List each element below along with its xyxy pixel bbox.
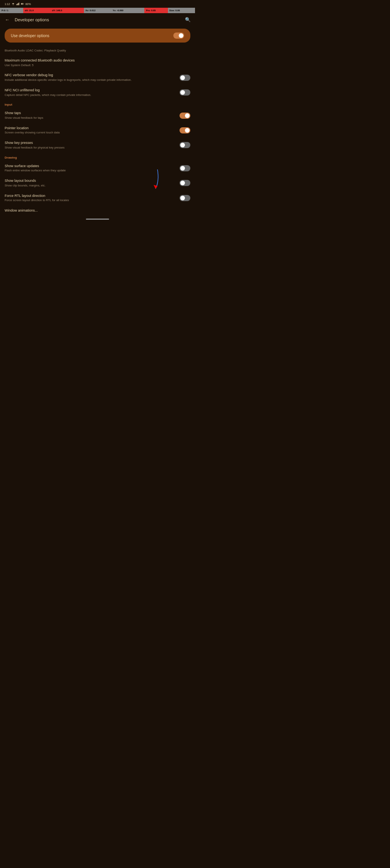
toggle-knob xyxy=(180,181,185,185)
setting-title-show-taps: Show taps xyxy=(5,111,176,116)
setting-desc-nfc-nci: Capture detail NFC packets, which may co… xyxy=(5,93,176,97)
setting-show-layout-bounds[interactable]: Show layout bounds Show clip bounds, mar… xyxy=(5,176,190,190)
nav-pill xyxy=(86,219,109,220)
setting-text-max-bluetooth: Maximum connected Bluetooth audio device… xyxy=(5,58,186,67)
section-drawing-header: Drawing xyxy=(5,153,190,161)
setting-show-key-presses[interactable]: Show key presses Show visual feedback fo… xyxy=(5,138,190,152)
debug-seg-dx: dX: 21.0 xyxy=(23,8,51,13)
setting-title-show-layout-bounds: Show layout bounds xyxy=(5,179,176,183)
setting-title-nfc-verbose: NFC verbose vendor debug log xyxy=(5,73,176,78)
nfc-verbose-toggle[interactable] xyxy=(180,75,190,81)
back-button[interactable]: ← xyxy=(4,16,11,23)
wifi-icon xyxy=(12,2,15,5)
debug-seg-p: P:0 / 1 xyxy=(0,8,23,13)
setting-text-nfc-verbose: NFC verbose vendor debug log Include add… xyxy=(5,73,176,82)
setting-desc-show-layout-bounds: Show clip bounds, margins, etc. xyxy=(5,184,176,188)
setting-title-show-surface-updates: Show surface updates xyxy=(5,164,176,169)
show-taps-toggle[interactable] xyxy=(180,113,190,119)
debug-seg-dy: dY: 148.5 xyxy=(51,8,84,13)
section-input-header: Input xyxy=(5,100,190,108)
setting-text-show-key-presses: Show key presses Show visual feedback fo… xyxy=(5,141,176,149)
setting-text-show-layout-bounds: Show layout bounds Show clip bounds, mar… xyxy=(5,179,176,187)
svg-rect-2 xyxy=(17,3,17,5)
debug-seg-yv: Yv: -0.060 xyxy=(111,8,144,13)
svg-rect-4 xyxy=(19,3,19,5)
setting-force-rtl[interactable]: Force RTL layout direction Force screen … xyxy=(5,191,190,205)
setting-title-max-bluetooth: Maximum connected Bluetooth audio device… xyxy=(5,58,186,63)
debug-seg-xv: Xv: 0.012 xyxy=(84,8,111,13)
developer-options-card[interactable]: Use developer options xyxy=(5,29,190,43)
pointer-location-toggle[interactable] xyxy=(180,127,190,133)
show-key-presses-toggle[interactable] xyxy=(180,142,190,148)
toggle-knob xyxy=(180,75,185,80)
setting-nfc-nci[interactable]: NFC NCI unfiltered log Capture detail NF… xyxy=(5,85,190,100)
show-surface-updates-toggle[interactable] xyxy=(180,165,190,171)
status-left: 1:12 80% xyxy=(5,2,31,5)
toggle-knob xyxy=(180,196,185,200)
toggle-knob xyxy=(180,90,185,95)
svg-rect-6 xyxy=(21,3,23,4)
page-title: Developer options xyxy=(15,17,184,22)
setting-nfc-verbose[interactable]: NFC verbose vendor debug log Include add… xyxy=(5,70,190,85)
setting-pointer-location[interactable]: Pointer location Screen overlay showing … xyxy=(5,123,190,138)
setting-title-nfc-nci: NFC NCI unfiltered log xyxy=(5,88,176,93)
battery-pct: 80% xyxy=(26,3,31,5)
svg-rect-3 xyxy=(18,3,18,5)
debug-seg-size: Size: 0.06 xyxy=(168,8,195,13)
setting-title-pointer-location: Pointer location xyxy=(5,126,176,131)
battery-icon xyxy=(21,2,24,5)
setting-desc-force-rtl: Force screen layout direction to RTL for… xyxy=(5,198,176,202)
setting-show-taps[interactable]: Show taps Show visual feedback for taps xyxy=(5,108,190,123)
force-rtl-toggle[interactable] xyxy=(180,195,190,201)
setting-text-show-taps: Show taps Show visual feedback for taps xyxy=(5,111,176,120)
nfc-nci-toggle[interactable] xyxy=(180,89,190,96)
setting-desc-show-key-presses: Show visual feedback for physical key pr… xyxy=(5,146,176,150)
setting-text-force-rtl: Force RTL layout direction Force screen … xyxy=(5,194,176,202)
setting-desc-show-taps: Show visual feedback for taps xyxy=(5,116,176,120)
status-time: 1:12 xyxy=(5,3,10,5)
setting-text-show-surface-updates: Show surface updates Flash entire window… xyxy=(5,164,176,173)
debug-seg-prs: Prs: 0.65 xyxy=(144,8,168,13)
svg-point-0 xyxy=(13,5,13,5)
setting-show-surface-updates[interactable]: Show surface updates Flash entire window… xyxy=(5,161,190,176)
content-area: Use developer options Bluetooth Audio LD… xyxy=(0,26,195,224)
setting-window-animations-partial: Window animations... xyxy=(5,205,190,215)
signal-icon xyxy=(16,2,19,5)
developer-options-toggle[interactable] xyxy=(173,32,184,39)
nav-indicator xyxy=(5,215,190,221)
toggle-knob xyxy=(180,166,185,171)
show-layout-bounds-toggle[interactable] xyxy=(180,180,190,186)
toggle-knob xyxy=(179,33,183,38)
debug-bar: P:0 / 1 dX: 21.0 dY: 148.5 Xv: 0.012 Yv:… xyxy=(0,8,195,13)
settings-area: Maximum connected Bluetooth audio device… xyxy=(5,55,190,215)
setting-text-pointer-location: Pointer location Screen overlay showing … xyxy=(5,126,176,135)
toggle-knob xyxy=(180,143,185,147)
svg-rect-1 xyxy=(16,4,17,5)
bluetooth-ldac-label: Bluetooth Audio LDAC Codec: Playback Qua… xyxy=(5,47,190,55)
svg-rect-7 xyxy=(23,3,24,4)
setting-text-nfc-nci: NFC NCI unfiltered log Capture detail NF… xyxy=(5,88,176,97)
search-button[interactable]: 🔍 xyxy=(184,16,191,23)
setting-desc-show-surface-updates: Flash entire window surfaces when they u… xyxy=(5,169,176,173)
setting-max-bluetooth[interactable]: Maximum connected Bluetooth audio device… xyxy=(5,55,190,70)
toggle-knob xyxy=(185,128,190,133)
setting-desc-max-bluetooth: Use System Default: 5 xyxy=(5,63,186,67)
app-bar: ← Developer options 🔍 xyxy=(0,13,195,26)
developer-options-label: Use developer options xyxy=(11,34,50,38)
setting-title-force-rtl: Force RTL layout direction xyxy=(5,194,176,198)
status-bar: 1:12 80% xyxy=(0,0,195,8)
setting-desc-nfc-verbose: Include additional device-specific vendo… xyxy=(5,78,176,82)
toggle-knob xyxy=(185,113,190,118)
setting-desc-pointer-location: Screen overlay showing current touch dat… xyxy=(5,131,176,135)
setting-title-show-key-presses: Show key presses xyxy=(5,141,176,145)
